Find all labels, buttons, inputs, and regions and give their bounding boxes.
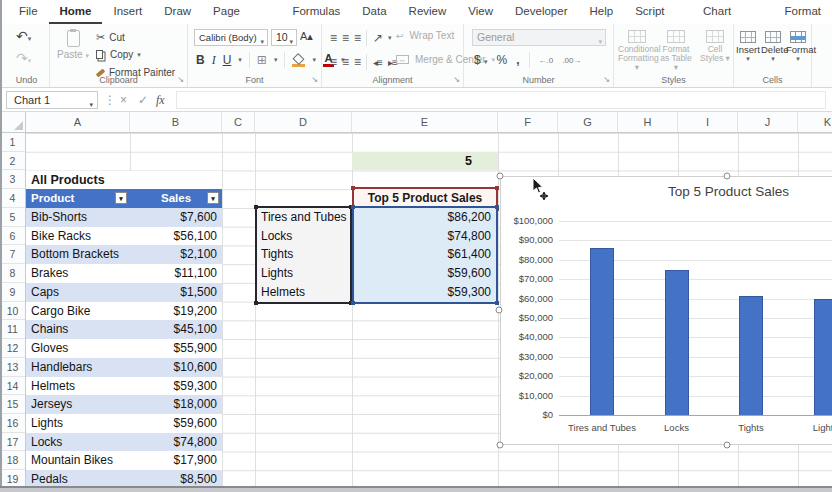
currency-format-button[interactable]: $ ▾ — [474, 53, 488, 67]
sales-cell[interactable]: $59,600 — [130, 414, 222, 433]
cell-top-n-count[interactable]: 5 — [352, 152, 498, 171]
select-all-corner[interactable] — [0, 112, 26, 133]
product-cell[interactable]: Jerseys — [26, 395, 130, 414]
range-corner-handle[interactable] — [351, 186, 355, 190]
align-right-button[interactable]: ≡ — [354, 55, 360, 69]
column-header-c[interactable]: C — [222, 112, 255, 132]
row-header-13[interactable]: 13 — [0, 358, 25, 377]
top5-sales-cell[interactable]: $74,800 — [354, 227, 496, 246]
chart-bar[interactable] — [590, 248, 614, 415]
undo-button[interactable]: ↶▾ — [16, 28, 31, 44]
redo-button[interactable]: ↷▾ — [16, 50, 31, 66]
sales-cell[interactable]: $11,100 — [130, 264, 222, 283]
chart-bar[interactable] — [814, 299, 832, 415]
chart-handle-top-left[interactable] — [497, 173, 504, 180]
clipboard-dialog-launcher[interactable]: ↘ — [177, 75, 184, 84]
font-size-combo[interactable]: 10▾ — [271, 29, 297, 46]
name-box-splitter[interactable]: ⋮ — [104, 91, 116, 109]
top5-product-cell[interactable]: Tights — [257, 245, 350, 264]
row-header-11[interactable]: 11 — [0, 320, 25, 339]
row-header-9[interactable]: 9 — [0, 283, 25, 302]
top5-sales-range[interactable]: $86,200$74,800$61,400$59,600$59,300 — [352, 206, 498, 304]
row-header-10[interactable]: 10 — [0, 302, 25, 321]
percent-format-button[interactable]: % — [497, 53, 508, 67]
decrease-decimal-button[interactable]: .00→ — [562, 56, 581, 65]
range-corner-handle[interactable] — [351, 301, 355, 305]
increase-decimal-button[interactable]: ←.0 — [539, 56, 554, 65]
chart-handle-top-middle[interactable] — [724, 173, 731, 180]
column-header-d[interactable]: D — [255, 112, 352, 132]
sales-cell[interactable]: $59,300 — [130, 377, 222, 396]
name-box[interactable]: Chart 1▾ — [6, 91, 98, 109]
product-cell[interactable]: Bike Racks — [26, 227, 130, 246]
cancel-icon[interactable]: × — [120, 91, 127, 109]
column-header-b[interactable]: B — [130, 112, 222, 132]
underline-button[interactable]: U — [223, 53, 232, 67]
sales-cell[interactable]: $2,100 — [130, 245, 222, 264]
insert-function-icon[interactable]: fx — [156, 91, 165, 109]
top5-product-cell[interactable]: Lights — [257, 264, 350, 283]
product-cell[interactable]: Bib-Shorts — [26, 208, 130, 227]
styles-button-conditional-formatting[interactable]: Conditional Formatting ▾ — [618, 30, 656, 72]
tab-home[interactable]: Home — [49, 0, 103, 24]
decrease-indent-button[interactable]: ◂≡ — [373, 57, 382, 68]
top5-product-cell[interactable]: Helmets — [257, 283, 350, 302]
product-cell[interactable]: Brakes — [26, 264, 130, 283]
column-header-k[interactable]: K — [798, 112, 832, 132]
row-header-12[interactable]: 12 — [0, 339, 25, 358]
tab-data[interactable]: Data — [351, 0, 397, 24]
row-header-14[interactable]: 14 — [0, 377, 25, 396]
sales-column-header[interactable]: Sales ▾ — [130, 189, 222, 208]
column-header-f[interactable]: F — [498, 112, 558, 132]
row-header-8[interactable]: 8 — [0, 264, 25, 283]
tab-help[interactable]: Help — [578, 0, 624, 24]
sales-cell[interactable]: $45,100 — [130, 320, 222, 339]
product-cell[interactable]: Cargo Bike — [26, 302, 130, 321]
tab-review[interactable]: Review — [398, 0, 458, 24]
chart-handle-bottom-left[interactable] — [497, 442, 504, 449]
chart-bar[interactable] — [665, 270, 689, 415]
top5-sales-cell[interactable]: $59,600 — [354, 264, 496, 283]
range-corner-handle[interactable] — [254, 301, 258, 305]
chart-handle-left-middle[interactable] — [496, 307, 503, 314]
tab-script-lab[interactable]: Script Lab — [624, 0, 692, 24]
top5-sales-cell[interactable]: $59,300 — [354, 283, 496, 302]
cells-button-format[interactable]: Format▾ — [786, 31, 810, 63]
product-cell[interactable]: Handlebars — [26, 358, 130, 377]
cut-button[interactable]: ✂ Cut — [96, 31, 125, 44]
number-dialog-launcher[interactable]: ↘ — [603, 75, 610, 84]
row-header-16[interactable]: 16 — [0, 414, 25, 433]
tab-format[interactable]: Format — [774, 0, 832, 24]
tab-view[interactable]: View — [457, 0, 504, 24]
paste-button[interactable]: Paste ▾ — [56, 30, 90, 60]
row-header-5[interactable]: 5 — [0, 208, 25, 227]
sales-cell[interactable]: $56,100 — [130, 227, 222, 246]
chart-handle-bottom-middle[interactable] — [724, 442, 731, 449]
comma-format-button[interactable]: , — [516, 53, 519, 67]
row-header-15[interactable]: 15 — [0, 395, 25, 414]
column-header-e[interactable]: E — [352, 112, 498, 132]
number-format-combo[interactable]: General▾ — [472, 29, 606, 46]
filter-icon[interactable]: ▾ — [207, 192, 219, 204]
row-header-1[interactable]: 1 — [0, 133, 25, 152]
top5-sales-cell[interactable]: $61,400 — [354, 245, 496, 264]
row-header-2[interactable]: 2 — [0, 152, 25, 171]
top5-product-range[interactable]: Tires and TubesLocksTightsLightsHelmets — [255, 206, 352, 304]
tab-chart-design[interactable]: Chart Design — [692, 0, 774, 24]
row-header-17[interactable]: 17 — [0, 433, 25, 452]
sales-cell[interactable]: $18,000 — [130, 395, 222, 414]
italic-button[interactable]: I — [212, 53, 216, 68]
sales-cell[interactable]: $10,600 — [130, 358, 222, 377]
top5-product-cell[interactable]: Tires and Tubes — [257, 208, 350, 227]
enter-icon[interactable]: ✓ — [138, 91, 148, 109]
bar-chart[interactable]: Top 5 Product Sales $100,000$90,000$80,0… — [500, 176, 832, 445]
row-header-4[interactable]: 4 — [0, 189, 25, 208]
align-center-button[interactable]: ≡ — [342, 55, 348, 69]
align-bottom-button[interactable]: ≡ — [354, 31, 360, 45]
align-top-button[interactable]: ≡ — [330, 31, 336, 45]
product-cell[interactable]: Helmets — [26, 377, 130, 396]
wrap-text-button[interactable]: ↩ Wrap Text — [396, 30, 454, 41]
styles-button-format-as-table[interactable]: Format as Table ▾ — [657, 30, 695, 72]
top5-product-cell[interactable]: Locks — [257, 227, 350, 246]
tab-draw[interactable]: Draw — [153, 0, 202, 24]
